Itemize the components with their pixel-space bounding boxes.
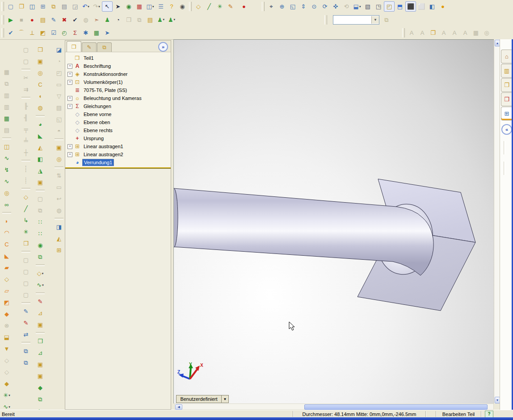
sketch-edit-icon[interactable]: ✎ xyxy=(225,1,236,12)
macro-new-icon[interactable]: ▤ xyxy=(38,15,48,25)
project-curve-icon[interactable]: ∿ xyxy=(1,153,12,163)
swept-surface-icon[interactable]: C xyxy=(1,239,12,250)
extruded-thin-icon[interactable]: ▣ xyxy=(35,56,46,67)
dropdown-arrow-icon[interactable]: ▾ xyxy=(163,18,165,21)
design-checker-icon[interactable]: ✖ xyxy=(59,15,70,25)
expand-icon[interactable]: + xyxy=(67,72,72,77)
excel-table-icon[interactable]: ▦ xyxy=(1,113,12,124)
pdm-user-options-icon[interactable]: ♟▾ xyxy=(166,15,177,25)
point-tool-icon[interactable]: ✳ xyxy=(21,227,31,237)
new-document-icon[interactable]: ▢ xyxy=(5,1,16,12)
expand-icon[interactable]: + xyxy=(67,64,72,69)
check-active-document-icon[interactable]: ✔ xyxy=(70,15,80,25)
mirror-part-icon[interactable]: ⧉ xyxy=(35,394,46,404)
open-document-icon[interactable]: ❐ xyxy=(16,1,27,12)
make-drawing-icon[interactable]: ⊞ xyxy=(38,1,48,12)
convert-entities-icon[interactable]: ⧉ xyxy=(21,346,31,356)
tree-item-label[interactable]: Linear austragen2 xyxy=(82,151,125,158)
tree-item[interactable]: ◇Ebene rechts xyxy=(67,126,171,134)
model-3d[interactable]: Z Y X xyxy=(174,40,494,403)
tab-file-explorer[interactable]: ❐ xyxy=(501,78,512,92)
chamfer-icon[interactable]: ◣ xyxy=(35,131,46,141)
tree-root[interactable]: ❒ Teil1 xyxy=(67,54,171,62)
export-table-icon[interactable]: ▦ xyxy=(91,28,102,38)
shadows-in-shaded-icon[interactable]: ⬜ xyxy=(416,1,427,12)
tree-item-label[interactable]: Volumenkörper(1) xyxy=(82,79,124,85)
revolved-boss-icon[interactable]: ◎ xyxy=(35,68,46,78)
tree-item-label[interactable]: Verrundung1 xyxy=(82,159,114,166)
dropdown-arrow-icon[interactable]: ▾ xyxy=(174,18,176,21)
tree-item[interactable]: +ABeschriftung xyxy=(67,62,171,70)
base-flange-icon[interactable]: ◪ xyxy=(54,45,64,55)
color-swatches-icon[interactable]: ▦ xyxy=(134,1,145,12)
extrude-cut-icon[interactable]: ❒ xyxy=(35,336,46,346)
panel-expand-button[interactable]: » xyxy=(158,42,168,52)
toolbar-drag-handle[interactable] xyxy=(324,15,327,25)
tree-item-label[interactable]: Beschriftung xyxy=(82,63,112,69)
shaded-with-edges-icon[interactable]: ⬒ xyxy=(395,1,405,12)
view-selector-dropdown-icon[interactable]: ▼ xyxy=(222,395,229,403)
record-video-icon[interactable]: ● xyxy=(239,1,249,12)
boundary-surface-icon[interactable]: ▰ xyxy=(1,262,12,273)
split-line-icon[interactable]: ◫ xyxy=(1,141,12,152)
macro-record-icon[interactable]: ● xyxy=(27,15,38,25)
dropdown-arrow-icon[interactable]: ▾ xyxy=(8,405,10,409)
dropdown-arrow-icon[interactable]: ▾ xyxy=(42,283,44,287)
expand-icon[interactable]: + xyxy=(67,152,72,157)
realview-graphics-icon[interactable]: ● xyxy=(437,1,448,12)
select-other-icon[interactable]: ➤ xyxy=(113,1,123,12)
view-orientation-icon[interactable]: ⌖ xyxy=(266,1,277,12)
forming-tool-icon[interactable]: ◎ xyxy=(54,154,64,164)
expand-icon[interactable]: + xyxy=(67,104,72,109)
horizontal-scrollbar[interactable]: ◀ xyxy=(174,403,494,410)
screen-capture-icon[interactable]: ◉ xyxy=(177,1,188,12)
spellcheck-icon[interactable]: ✔ xyxy=(5,28,16,38)
expand-icon[interactable]: + xyxy=(67,144,72,149)
dropdown-arrow-icon[interactable]: ▾ xyxy=(152,5,154,8)
planar-surface-icon[interactable]: ◇ xyxy=(1,274,12,284)
tree-item-label[interactable]: Konstruktionsordner xyxy=(82,71,129,77)
dropdown-arrow-icon[interactable]: ▾ xyxy=(88,5,89,8)
select-icon[interactable]: ↖ xyxy=(102,1,113,12)
layer-properties-icon[interactable]: ⧉ xyxy=(381,15,392,25)
shell-icon[interactable]: ◭ xyxy=(35,142,46,153)
publish-to-3dvia-icon[interactable]: ➣ xyxy=(91,15,102,25)
tree-item-label[interactable]: Ebene oben xyxy=(82,119,111,125)
tree-item[interactable]: ◇Ebene vorne xyxy=(67,110,171,118)
revolved-surface-icon[interactable]: ◠ xyxy=(1,228,12,238)
toolbar-drag-handle[interactable] xyxy=(402,28,405,37)
tab-configurationmanager[interactable]: ⧉ xyxy=(97,42,112,52)
section-view-icon[interactable]: ◧ xyxy=(427,1,437,12)
tab-propertymanager[interactable]: ✎ xyxy=(82,42,97,52)
tree-item[interactable]: +⊞Linear austragen2 xyxy=(67,150,171,158)
standard-views-icon[interactable]: ⬓▾ xyxy=(352,1,362,12)
display-states-icon[interactable]: ◉ xyxy=(123,1,134,12)
print-icon[interactable]: ▤ xyxy=(59,1,70,12)
sketch-3d-icon[interactable]: ✎ xyxy=(35,296,46,307)
join-icon[interactable]: ◆ xyxy=(35,383,46,393)
pdm-user-properties-icon[interactable]: ♟▾ xyxy=(156,15,166,25)
sketch-plane-icon[interactable]: ◇ xyxy=(193,1,204,12)
rotate-view-icon[interactable]: ⟳ xyxy=(320,1,330,12)
mass-properties-icon[interactable]: ⊥ xyxy=(27,28,38,38)
feature-statistics-icon[interactable]: ◴ xyxy=(59,28,70,38)
pdm-notes-icon[interactable]: ▤ xyxy=(145,15,156,25)
tree-item[interactable]: ◕Verrundung1 xyxy=(67,158,171,166)
knit-surface-icon[interactable]: ◆ xyxy=(1,309,12,319)
dropdown-arrow-icon[interactable]: ▾ xyxy=(359,5,361,8)
reference-geometry-icon[interactable]: ✳▾ xyxy=(1,390,12,400)
tree-item-label[interactable]: Beleuchtung und Kameras xyxy=(82,95,143,101)
search-tool-icon[interactable]: ➤ xyxy=(102,28,113,38)
task-pane-collapse-button[interactable]: « xyxy=(501,124,512,135)
linear-pattern-icon[interactable]: ∷ xyxy=(35,229,46,239)
dropdown-arrow-icon[interactable]: ▾ xyxy=(98,5,100,8)
derived-sketch-icon[interactable]: ▣ xyxy=(35,320,46,330)
measure-icon[interactable]: ⌒ xyxy=(16,28,27,38)
toolbar-drag-handle[interactable] xyxy=(1,28,4,37)
derived-part-icon[interactable]: ▣ xyxy=(35,359,46,370)
tree-item-label[interactable]: Gleichungen xyxy=(82,103,113,109)
curve-through-points-icon[interactable]: ∿ xyxy=(1,176,12,187)
edit-sketch-icon[interactable]: ✎ xyxy=(21,318,31,328)
layer-combo[interactable]: ▼ xyxy=(333,15,379,25)
curves-2-icon[interactable]: ∿▾ xyxy=(35,280,46,290)
